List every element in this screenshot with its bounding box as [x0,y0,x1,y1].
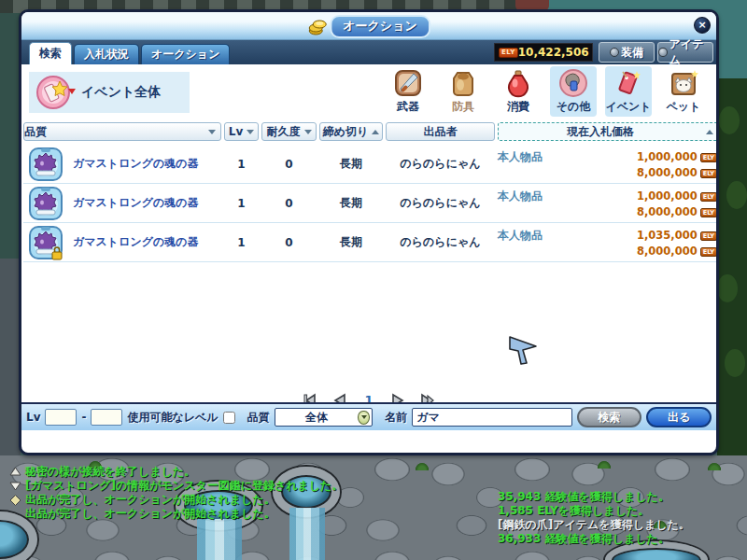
item-button[interactable]: アイテム [657,42,713,63]
reward-log: 35,943 経験値を獲得しました。 1,585 ELYを獲得しました。 [鋼鉄… [498,490,690,546]
category-armor[interactable]: 防具 [440,66,486,117]
category-label: その他 [557,99,591,115]
dropdown-arrow-icon [358,411,370,425]
item-cell: ガマストロングの魂の器 [23,225,221,260]
price-cell: 本人物品 1,000,000ELY 8,000,000ELY [498,147,719,181]
table-row[interactable]: ガマストロングの魂の器 1 0 長期 のらのらにゃん 本人物品 1,000,00… [23,145,719,184]
current-category: イベント全体 [29,72,190,113]
category-label: 武器 [397,99,419,115]
item-cell: ガマストロングの魂の器 [23,147,221,182]
column-price[interactable]: 現在入札価格 [498,122,719,141]
table-row[interactable]: ガマストロングの魂の器 1 0 長期 のらのらにゃん 本人物品 1,000,00… [23,184,719,223]
current-bid: 1,000,000 [637,189,698,203]
seller-cell: のらのらにゃん [386,195,495,211]
potion-icon [503,68,533,98]
owner-tag: 本人物品 [498,228,543,244]
system-up-icon [9,467,21,478]
price-stack: 1,035,000ELY 8,000,000ELY [637,228,717,259]
column-durability[interactable]: 耐久度 [261,122,317,141]
usable-level-label: 使用可能なレベル [127,410,218,426]
category-label: 消費 [507,99,529,115]
chat-line: 出品が完了し、オークションが開始されました。 [9,507,343,521]
column-seller[interactable]: 出品者 [386,122,495,141]
buyout-price: 8,000,000 [637,166,698,179]
soul-vessel-icon [28,147,63,182]
ely-badge-icon: ELY [700,231,717,241]
tab-auction[interactable]: オークション [141,44,230,64]
lv-max-input[interactable] [91,409,122,426]
category-buttons: 武器 防具 消費 [385,66,707,117]
name-search-input[interactable] [412,408,571,427]
sort-asc-icon [706,130,713,134]
chat-line: 秘密の様が接続を終了しました。 [9,465,343,479]
ely-badge-icon: ELY [700,169,717,178]
durability-cell: 0 [261,197,317,210]
equip-button[interactable]: 装備 [599,42,655,63]
search-panel: イベント全体 武器 [21,64,716,430]
deadline-cell: 長期 [319,156,383,172]
lv-label: Lv [26,411,40,424]
category-weapon[interactable]: 武器 [385,66,431,117]
event-all-icon [35,74,72,111]
column-lv-label: Lv [229,125,243,138]
ely-badge-icon: ELY [700,247,717,257]
item-icon [658,48,668,57]
quality-value: 全体 [275,410,359,426]
sort-desc-icon [208,130,216,134]
owner-tag: 本人物品 [498,189,543,204]
foliage [725,349,745,377]
lv-cell: 1 [224,236,259,249]
column-deadline-label: 締め切り [323,124,369,140]
soul-vessel-icon-locked [28,225,63,260]
reward-text: 35,943 経験値を獲得しました。 [498,490,690,504]
soul-vessel-icon [28,186,63,221]
system-down-icon [9,481,21,492]
chat-text: 秘密の様が接続を終了しました。 [25,465,195,479]
exit-button[interactable]: 出る [646,407,712,427]
price-cell: 本人物品 1,000,000ELY 8,000,000ELY [498,186,719,220]
category-label: ペット [667,99,701,115]
currency-amount: 10,422,506 [518,46,589,59]
buyout-price: 8,000,000 [637,205,698,218]
chat-log: 秘密の様が接続を終了しました。 [ガマストロング]の情報がモンスター図鑑に登録さ… [9,465,343,521]
quality-select[interactable]: 全体 [275,408,374,427]
close-button[interactable]: × [694,17,711,34]
chat-line: 出品が完了し、オークションが開始されました。 [9,493,343,507]
price-stack: 1,000,000ELY 8,000,000ELY [637,149,717,181]
category-misc[interactable]: その他 [550,66,597,117]
active-tab-marker [68,89,76,94]
category-event[interactable]: イベント [605,66,652,117]
ely-badge-icon: ELY [700,192,717,202]
sort-desc-icon [304,130,312,134]
item-button-label: アイテム [669,36,712,68]
column-lv[interactable]: Lv [224,122,259,141]
seller-cell: のらのらにゃん [386,156,495,172]
table-row[interactable]: ガマストロングの魂の器 1 0 長期 のらのらにゃん 本人物品 1,035,00… [23,223,719,262]
search-button[interactable]: 検索 [577,407,642,427]
column-price-label: 現在入札価格 [499,124,702,140]
grass-tuft [708,463,721,470]
seller-cell: のらのらにゃん [386,234,495,250]
item-name: ガマストロングの魂の器 [73,156,199,172]
category-consume[interactable]: 消費 [495,66,542,117]
range-separator: - [81,411,86,424]
titlebar[interactable]: オークション × [21,12,716,40]
weapon-sword-icon [393,68,423,98]
coin-icon [307,18,328,36]
category-label: 防具 [452,99,474,115]
category-pet[interactable]: ペット [660,66,707,117]
chat-text: 出品が完了し、オークションが開始されました。 [25,493,275,507]
armor-icon [448,68,478,98]
column-quality[interactable]: 品質 [23,122,221,141]
column-seller-label: 出品者 [424,124,458,140]
well-water-stream [197,519,242,560]
tab-search[interactable]: 検索 [29,42,72,64]
column-deadline[interactable]: 締め切り [319,122,383,141]
lv-cell: 1 [224,158,259,171]
deadline-cell: 長期 [319,195,383,211]
tab-bid-status[interactable]: 入札状況 [74,44,139,64]
sort-asc-icon [372,130,379,134]
lv-min-input[interactable] [45,409,77,426]
usable-level-checkbox[interactable] [223,412,235,424]
equip-icon [610,48,619,57]
